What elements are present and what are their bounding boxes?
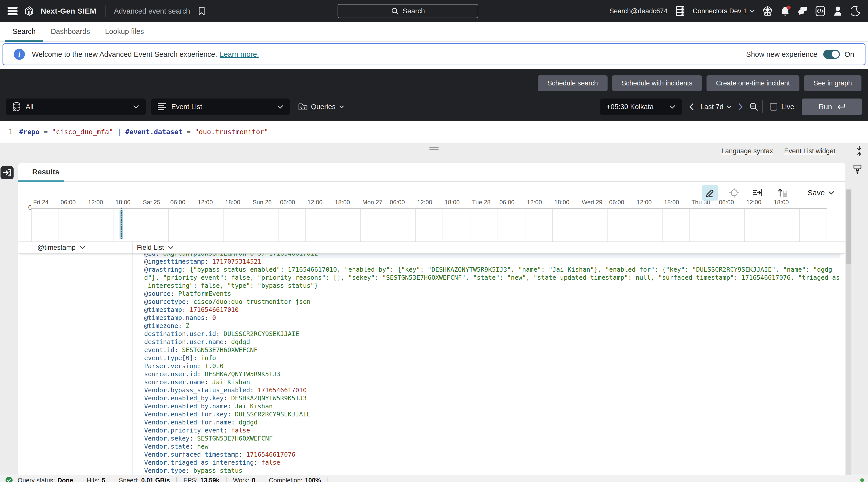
field-name[interactable]: @ingesttimestamp <box>144 258 205 265</box>
timezone-dropdown[interactable]: +05:30 Kolkata <box>600 98 682 115</box>
dark-mode-moon-icon[interactable] <box>850 6 861 16</box>
field-value[interactable]: 0 <box>212 314 216 322</box>
tab-dashboards[interactable]: Dashboards <box>43 27 97 41</box>
query-editor[interactable]: 1 #repo = "cisco_duo_mfa" | #event.datas… <box>0 121 868 143</box>
field-value[interactable]: SESTGN53E7H6OXWEFCNF <box>182 346 258 354</box>
field-name[interactable]: Vendor.type <box>144 467 186 474</box>
field-value[interactable]: PlatformEvents <box>178 290 231 297</box>
field-name[interactable]: Vendor.enabled_by.key <box>144 395 223 402</box>
resize-handle[interactable] <box>430 147 438 151</box>
format-brush-icon[interactable] <box>853 164 862 174</box>
field-name[interactable]: Parser.version <box>144 362 197 370</box>
field-row[interactable]: source.user.id: DESHKAZQNYTW5R9K5IJ3 <box>144 370 840 378</box>
run-button[interactable]: Run <box>802 98 862 115</box>
field-row[interactable]: event.id: SESTGN53E7H6OXWEFCNF <box>144 346 840 354</box>
field-value[interactable]: DULSSCR2RCY9SEKJJAIE <box>223 330 299 337</box>
field-name[interactable]: destination.user.id <box>144 330 216 337</box>
global-search-input[interactable]: Search <box>338 4 478 18</box>
collapse-panel-icon[interactable] <box>855 146 864 157</box>
field-name[interactable]: @sourcetype <box>144 298 186 305</box>
field-name[interactable]: @timezone <box>144 322 178 329</box>
source-dropdown[interactable]: All <box>6 98 146 115</box>
field-name[interactable]: Vendor.enabled_for.key <box>144 411 227 418</box>
field-value[interactable]: 1716546617010 <box>190 306 239 313</box>
field-row[interactable]: @sourcetype: cisco/duo:duo-trustmonitor-… <box>144 298 840 306</box>
api-code-icon[interactable] <box>815 6 825 16</box>
field-row[interactable]: Vendor.priority_event: false <box>144 426 840 434</box>
field-row[interactable]: Vendor.enabled_by.key: DESHKAZQNYTW5R9K5… <box>144 394 840 402</box>
expand-panel-icon[interactable] <box>0 166 13 179</box>
field-row[interactable]: Vendor.type: bypass_status <box>144 467 840 475</box>
tab-results[interactable]: Results <box>18 168 71 181</box>
field-row[interactable]: @timestamp: 1716546617010 <box>144 306 840 314</box>
field-row[interactable]: Vendor.state: new <box>144 443 840 451</box>
field-value[interactable]: dgdgd <box>231 338 250 345</box>
user-profile-icon[interactable] <box>833 6 843 16</box>
field-value[interactable]: dgdgd <box>239 419 257 426</box>
field-value[interactable]: Jai Kishan <box>235 402 273 410</box>
field-row[interactable]: Vendor.enabled_for.key: DULSSCR2RCY9SEKJ… <box>144 411 840 418</box>
field-row[interactable]: destination.user.id: DULSSCR2RCY9SEKJJAI… <box>144 330 840 338</box>
field-value[interactable]: 1716546617076 <box>246 451 296 458</box>
queries-menu[interactable]: Queries <box>299 103 344 111</box>
field-name[interactable]: Vendor.sekey <box>144 435 190 442</box>
field-name[interactable]: event.type[0] <box>144 354 193 362</box>
save-button[interactable]: Save <box>808 188 834 197</box>
field-value[interactable]: 1717075314521 <box>212 258 261 265</box>
learn-more-link[interactable]: Learn more. <box>220 50 259 59</box>
field-value[interactable]: DESHKAZQNYTW5R9K5IJ3 <box>205 370 280 378</box>
field-value[interactable]: cisco/duo:duo-trustmonitor-json <box>193 298 311 305</box>
edit-pencil-icon[interactable] <box>702 185 718 201</box>
field-row[interactable]: Vendor.sekey: SESTGN53E7H6OXWEFCNF <box>144 434 840 443</box>
language-syntax-link[interactable]: Language syntax <box>721 147 773 155</box>
results-scrollbar[interactable] <box>846 189 851 475</box>
field-value[interactable]: bypass_status <box>193 467 243 474</box>
field-name[interactable]: event.id <box>144 346 174 354</box>
see-in-graph-button[interactable]: See in graph <box>804 76 862 91</box>
field-name[interactable]: @id <box>144 253 155 257</box>
view-dropdown[interactable]: Event List <box>151 98 290 115</box>
field-name[interactable]: Vendor.surfaced_timestamp <box>144 451 239 458</box>
field-name[interactable]: @rawstring <box>144 266 182 273</box>
falcon-badge-icon[interactable] <box>763 6 773 16</box>
field-row[interactable]: @timestamp.nanos: 0 <box>144 314 840 322</box>
zoom-out-icon[interactable] <box>749 102 758 111</box>
notifications-bell-icon[interactable] <box>780 6 790 16</box>
field-row[interactable]: @timezone: Z <box>144 322 840 330</box>
cid-selector-icon[interactable] <box>675 6 685 16</box>
field-name[interactable]: Vendor.enabled_by.name <box>144 402 227 410</box>
field-value[interactable]: {"bypass_status_enabled": 1716546617010,… <box>144 266 840 289</box>
tenant-selector[interactable]: Connectors Dev 1 <box>693 7 755 15</box>
tab-lookup-files[interactable]: Lookup files <box>97 27 151 41</box>
schedule-search-button[interactable]: Schedule search <box>538 76 607 91</box>
field-value[interactable]: Jai Kishan <box>212 379 250 386</box>
field-name[interactable]: Vendor.enabled_for.name <box>144 419 231 426</box>
create-one-time-incident-button[interactable]: Create one-time incident <box>707 76 800 91</box>
tab-search[interactable]: Search <box>5 27 43 41</box>
field-name[interactable]: @source <box>144 290 170 297</box>
field-value[interactable]: oXgrtunTp10KsQhIEdmron_0_37_171654661701… <box>163 253 318 257</box>
field-value[interactable]: 1716546617010 <box>258 387 307 394</box>
field-row[interactable]: @ingesttimestamp: 1717075314521 <box>144 258 840 266</box>
field-name[interactable]: Vendor.state <box>144 443 190 450</box>
field-value[interactable]: new <box>197 443 209 450</box>
timestamp-column-header[interactable]: @timestamp <box>32 242 133 253</box>
field-value[interactable]: DULSSCR2RCY9SEKJJAIE <box>235 411 310 418</box>
field-row[interactable]: Vendor.triaged_as_interesting: false <box>144 459 840 467</box>
field-name[interactable]: @timestamp <box>144 306 182 313</box>
time-range-dropdown[interactable]: Last 7d <box>701 103 732 111</box>
field-name[interactable]: destination.user.name <box>144 338 223 345</box>
field-name[interactable]: Vendor.bypass_status_enabled <box>144 387 250 394</box>
field-value[interactable]: SESTGN53E7H6OXWEFCNF <box>197 435 273 442</box>
time-back-chevron[interactable] <box>689 103 694 111</box>
schedule-with-incidents-button[interactable]: Schedule with incidents <box>612 76 702 91</box>
field-row[interactable]: @id: oXgrtunTp10KsQhIEdmron_0_37_1716546… <box>144 253 840 258</box>
field-name[interactable]: @timestamp.nanos <box>144 314 205 322</box>
field-row[interactable]: Parser.version: 1.0.0 <box>144 362 840 370</box>
field-name[interactable]: Vendor.priority_event <box>144 427 223 434</box>
live-checkbox[interactable] <box>770 103 777 111</box>
event-list-widget-link[interactable]: Event List widget <box>784 147 835 155</box>
field-row[interactable]: @source: PlatformEvents <box>144 290 840 298</box>
field-value[interactable]: DESHKAZQNYTW5R9K5IJ3 <box>231 395 307 402</box>
field-name[interactable]: Vendor.triaged_as_interesting <box>144 459 254 466</box>
